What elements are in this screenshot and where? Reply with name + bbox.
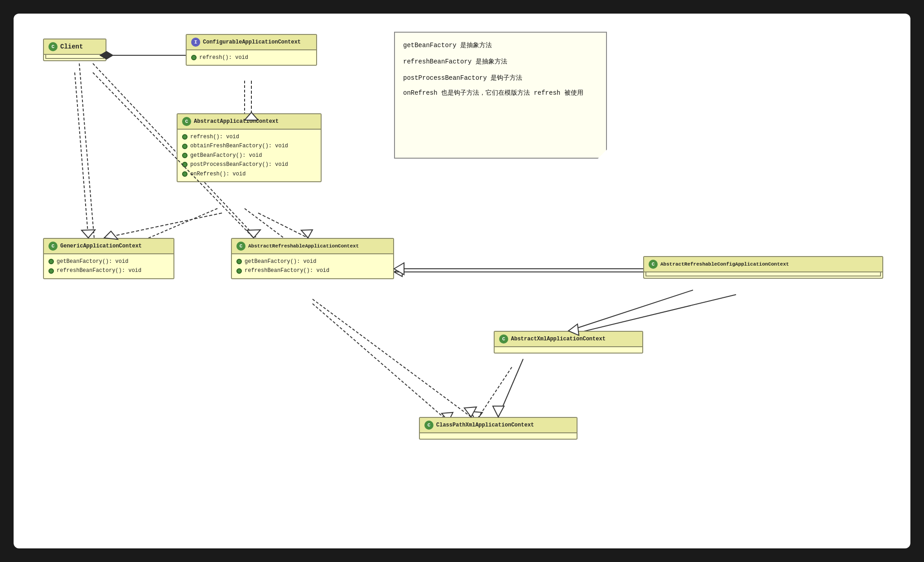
generic-ac-class: C GenericApplicationContext getBeanFacto… [43, 238, 174, 279]
abstract-ac-name: AbstractApplicationContext [194, 118, 279, 125]
abstract-ac-header: C AbstractApplicationContext [178, 114, 321, 130]
svg-marker-39 [464, 407, 476, 417]
abstract-refreshable-ac-method-0: getBeanFactory(): void [236, 257, 389, 266]
configurable-ac-class: I ConfigurableApplicationContext refresh… [186, 34, 317, 66]
classpath-xml-ac-class: C ClassPathXmlApplicationContext [419, 417, 578, 440]
abstract-ac-method-0: refresh(): void [182, 132, 316, 141]
configurable-ac-header: I ConfigurableApplicationContext [187, 35, 316, 50]
svg-line-34 [568, 290, 693, 331]
client-header: C Client [44, 39, 106, 55]
abstract-refreshable-ac-body: getBeanFactory(): void refreshBeanFactor… [232, 254, 393, 278]
svg-marker-33 [394, 263, 404, 275]
svg-marker-27 [301, 230, 313, 238]
classpath-xml-ac-name: ClassPathXmlApplicationContext [436, 422, 534, 428]
abstract-refreshable-config-ac-header: C AbstractRefreshableConfigApplicationCo… [644, 257, 882, 272]
abstract-xml-ac-class: C AbstractXmlApplicationContext [494, 331, 643, 354]
classpath-xml-ac-header: C ClassPathXmlApplicationContext [420, 418, 577, 433]
abstract-xml-ac-body [495, 347, 642, 353]
generic-ac-name: GenericApplicationContext [60, 243, 142, 249]
abstract-refreshable-ac-header: C AbstractRefreshableApplicationContext [232, 239, 393, 254]
abstract-xml-ac-icon: C [499, 334, 508, 344]
svg-line-16 [476, 367, 512, 422]
configurable-ac-icon: I [191, 38, 200, 47]
svg-marker-37 [493, 406, 504, 417]
diagram-canvas: C Client I ConfigurableApplicationContex… [14, 14, 910, 548]
generic-ac-body: getBeanFactory(): void refreshBeanFactor… [44, 254, 173, 278]
configurable-ac-method-0: refresh(): void [191, 53, 312, 62]
abstract-refreshable-config-ac-class: C AbstractRefreshableConfigApplicationCo… [643, 256, 883, 279]
abstract-ac-method-1: obtainFreshBeanFactory(): void [182, 141, 316, 150]
svg-line-28 [75, 73, 88, 238]
svg-marker-31 [247, 230, 260, 238]
abstract-refreshable-ac-icon: C [236, 242, 245, 251]
client-icon: C [48, 42, 58, 51]
note-line-1: refreshBeanFactory 是抽象方法 [403, 55, 598, 68]
note-line-0: getBeanFactory 是抽象方法 [403, 39, 598, 52]
svg-line-24 [104, 213, 222, 238]
generic-ac-header: C GenericApplicationContext [44, 239, 173, 254]
abstract-refreshable-ac-name: AbstractRefreshableApplicationContext [248, 243, 359, 249]
abstract-ac-method-3: postProcessBeanFactory(): void [182, 160, 316, 169]
configurable-ac-name: ConfigurableApplicationContext [203, 39, 301, 45]
client-name: Client [60, 43, 83, 50]
generic-ac-method-1: refreshBeanFactory(): void [48, 266, 169, 275]
client-class: C Client [43, 39, 106, 61]
abstract-ac-body: refresh(): void obtainFreshBeanFactory()… [178, 130, 321, 181]
generic-ac-icon: C [48, 242, 58, 251]
svg-line-36 [498, 359, 523, 417]
note-box: getBeanFactory 是抽象方法 refreshBeanFactory … [394, 32, 607, 159]
abstract-xml-ac-name: AbstractXmlApplicationContext [511, 336, 606, 342]
generic-ac-method-0: getBeanFactory(): void [48, 257, 169, 266]
abstract-refreshable-ac-class: C AbstractRefreshableApplicationContext … [231, 238, 394, 279]
abstract-refreshable-ac-method-1: refreshBeanFactory(): void [236, 266, 389, 275]
classpath-xml-ac-icon: C [424, 421, 433, 430]
abstract-xml-ac-header: C AbstractXmlApplicationContext [495, 332, 642, 347]
svg-marker-13 [394, 267, 402, 276]
note-line-2: postProcessBeanFactory 是钩子方法 [403, 72, 598, 84]
svg-line-18 [313, 304, 448, 422]
svg-line-8 [79, 63, 95, 249]
abstract-ac-class: C AbstractApplicationContext refresh(): … [177, 113, 322, 182]
abstract-ac-icon: C [182, 117, 191, 126]
abstract-ac-method-4: onRefresh(): void [182, 170, 316, 179]
classpath-xml-ac-body [420, 433, 577, 439]
svg-line-26 [258, 213, 308, 238]
abstract-refreshable-config-ac-body [644, 272, 882, 278]
abstract-refreshable-config-ac-name: AbstractRefreshableConfigApplicationCont… [660, 262, 789, 267]
svg-line-38 [313, 299, 471, 417]
svg-marker-29 [82, 230, 95, 238]
client-body [44, 55, 106, 60]
abstract-ac-method-2: getBeanFactory(): void [182, 151, 316, 160]
note-line-3: onRefresh 也是钩子方法，它们在模版方法 refresh 被使用 [403, 88, 598, 98]
abstract-refreshable-config-ac-icon: C [649, 260, 658, 269]
method-dot [191, 55, 197, 60]
configurable-ac-body: refresh(): void [187, 50, 316, 65]
